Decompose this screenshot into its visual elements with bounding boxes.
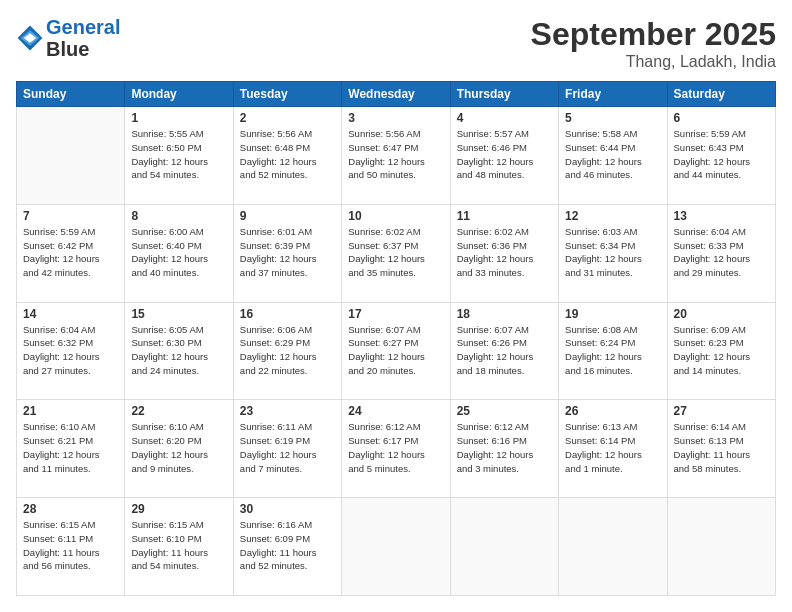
calendar-body: 1Sunrise: 5:55 AM Sunset: 6:50 PM Daylig… (17, 107, 776, 596)
day-info: Sunrise: 6:04 AM Sunset: 6:33 PM Dayligh… (674, 225, 769, 280)
calendar-cell: 26Sunrise: 6:13 AM Sunset: 6:14 PM Dayli… (559, 400, 667, 498)
calendar-cell (450, 498, 558, 596)
day-number: 19 (565, 307, 660, 321)
day-info: Sunrise: 6:11 AM Sunset: 6:19 PM Dayligh… (240, 420, 335, 475)
day-number: 17 (348, 307, 443, 321)
day-number: 22 (131, 404, 226, 418)
calendar-cell (342, 498, 450, 596)
day-info: Sunrise: 6:02 AM Sunset: 6:36 PM Dayligh… (457, 225, 552, 280)
calendar-cell: 30Sunrise: 6:16 AM Sunset: 6:09 PM Dayli… (233, 498, 341, 596)
calendar-week-3: 21Sunrise: 6:10 AM Sunset: 6:21 PM Dayli… (17, 400, 776, 498)
calendar-cell (559, 498, 667, 596)
day-number: 2 (240, 111, 335, 125)
day-info: Sunrise: 5:58 AM Sunset: 6:44 PM Dayligh… (565, 127, 660, 182)
day-info: Sunrise: 5:56 AM Sunset: 6:47 PM Dayligh… (348, 127, 443, 182)
calendar-cell: 17Sunrise: 6:07 AM Sunset: 6:27 PM Dayli… (342, 302, 450, 400)
calendar-cell: 16Sunrise: 6:06 AM Sunset: 6:29 PM Dayli… (233, 302, 341, 400)
day-number: 15 (131, 307, 226, 321)
day-number: 4 (457, 111, 552, 125)
calendar-cell: 15Sunrise: 6:05 AM Sunset: 6:30 PM Dayli… (125, 302, 233, 400)
day-info: Sunrise: 6:01 AM Sunset: 6:39 PM Dayligh… (240, 225, 335, 280)
day-info: Sunrise: 6:14 AM Sunset: 6:13 PM Dayligh… (674, 420, 769, 475)
weekday-header-wednesday: Wednesday (342, 82, 450, 107)
day-number: 26 (565, 404, 660, 418)
calendar-cell: 14Sunrise: 6:04 AM Sunset: 6:32 PM Dayli… (17, 302, 125, 400)
day-info: Sunrise: 6:09 AM Sunset: 6:23 PM Dayligh… (674, 323, 769, 378)
calendar-cell: 3Sunrise: 5:56 AM Sunset: 6:47 PM Daylig… (342, 107, 450, 205)
calendar-cell: 5Sunrise: 5:58 AM Sunset: 6:44 PM Daylig… (559, 107, 667, 205)
day-number: 5 (565, 111, 660, 125)
calendar-cell: 2Sunrise: 5:56 AM Sunset: 6:48 PM Daylig… (233, 107, 341, 205)
calendar-cell: 25Sunrise: 6:12 AM Sunset: 6:16 PM Dayli… (450, 400, 558, 498)
weekday-header-monday: Monday (125, 82, 233, 107)
day-number: 27 (674, 404, 769, 418)
location-title: Thang, Ladakh, India (531, 53, 776, 71)
calendar-cell: 21Sunrise: 6:10 AM Sunset: 6:21 PM Dayli… (17, 400, 125, 498)
calendar-cell: 28Sunrise: 6:15 AM Sunset: 6:11 PM Dayli… (17, 498, 125, 596)
day-number: 20 (674, 307, 769, 321)
day-number: 23 (240, 404, 335, 418)
logo-text: General Blue (46, 16, 120, 60)
calendar-cell: 11Sunrise: 6:02 AM Sunset: 6:36 PM Dayli… (450, 204, 558, 302)
month-title: September 2025 (531, 16, 776, 53)
calendar-cell: 24Sunrise: 6:12 AM Sunset: 6:17 PM Dayli… (342, 400, 450, 498)
calendar-cell: 18Sunrise: 6:07 AM Sunset: 6:26 PM Dayli… (450, 302, 558, 400)
calendar-week-0: 1Sunrise: 5:55 AM Sunset: 6:50 PM Daylig… (17, 107, 776, 205)
day-info: Sunrise: 6:07 AM Sunset: 6:26 PM Dayligh… (457, 323, 552, 378)
day-number: 10 (348, 209, 443, 223)
calendar-cell: 6Sunrise: 5:59 AM Sunset: 6:43 PM Daylig… (667, 107, 775, 205)
day-number: 3 (348, 111, 443, 125)
calendar-cell: 7Sunrise: 5:59 AM Sunset: 6:42 PM Daylig… (17, 204, 125, 302)
day-number: 18 (457, 307, 552, 321)
day-number: 7 (23, 209, 118, 223)
calendar-cell: 27Sunrise: 6:14 AM Sunset: 6:13 PM Dayli… (667, 400, 775, 498)
calendar-cell: 8Sunrise: 6:00 AM Sunset: 6:40 PM Daylig… (125, 204, 233, 302)
day-info: Sunrise: 6:00 AM Sunset: 6:40 PM Dayligh… (131, 225, 226, 280)
day-info: Sunrise: 5:59 AM Sunset: 6:42 PM Dayligh… (23, 225, 118, 280)
calendar-table: SundayMondayTuesdayWednesdayThursdayFrid… (16, 81, 776, 596)
day-info: Sunrise: 6:07 AM Sunset: 6:27 PM Dayligh… (348, 323, 443, 378)
day-info: Sunrise: 6:13 AM Sunset: 6:14 PM Dayligh… (565, 420, 660, 475)
logo: General Blue (16, 16, 120, 60)
day-info: Sunrise: 5:59 AM Sunset: 6:43 PM Dayligh… (674, 127, 769, 182)
calendar-week-4: 28Sunrise: 6:15 AM Sunset: 6:11 PM Dayli… (17, 498, 776, 596)
weekday-header-saturday: Saturday (667, 82, 775, 107)
calendar-cell: 9Sunrise: 6:01 AM Sunset: 6:39 PM Daylig… (233, 204, 341, 302)
day-info: Sunrise: 5:57 AM Sunset: 6:46 PM Dayligh… (457, 127, 552, 182)
day-info: Sunrise: 6:04 AM Sunset: 6:32 PM Dayligh… (23, 323, 118, 378)
day-number: 13 (674, 209, 769, 223)
day-number: 29 (131, 502, 226, 516)
day-info: Sunrise: 6:05 AM Sunset: 6:30 PM Dayligh… (131, 323, 226, 378)
weekday-header-row: SundayMondayTuesdayWednesdayThursdayFrid… (17, 82, 776, 107)
day-number: 28 (23, 502, 118, 516)
day-number: 6 (674, 111, 769, 125)
day-info: Sunrise: 6:08 AM Sunset: 6:24 PM Dayligh… (565, 323, 660, 378)
day-info: Sunrise: 6:12 AM Sunset: 6:16 PM Dayligh… (457, 420, 552, 475)
day-number: 21 (23, 404, 118, 418)
calendar-cell: 10Sunrise: 6:02 AM Sunset: 6:37 PM Dayli… (342, 204, 450, 302)
logo-icon (16, 24, 44, 52)
calendar-cell: 4Sunrise: 5:57 AM Sunset: 6:46 PM Daylig… (450, 107, 558, 205)
day-number: 12 (565, 209, 660, 223)
day-number: 8 (131, 209, 226, 223)
calendar-week-2: 14Sunrise: 6:04 AM Sunset: 6:32 PM Dayli… (17, 302, 776, 400)
day-number: 14 (23, 307, 118, 321)
day-info: Sunrise: 6:03 AM Sunset: 6:34 PM Dayligh… (565, 225, 660, 280)
page: General Blue September 2025 Thang, Ladak… (0, 0, 792, 612)
weekday-header-friday: Friday (559, 82, 667, 107)
calendar-week-1: 7Sunrise: 5:59 AM Sunset: 6:42 PM Daylig… (17, 204, 776, 302)
calendar-cell: 20Sunrise: 6:09 AM Sunset: 6:23 PM Dayli… (667, 302, 775, 400)
calendar-cell: 13Sunrise: 6:04 AM Sunset: 6:33 PM Dayli… (667, 204, 775, 302)
day-info: Sunrise: 5:56 AM Sunset: 6:48 PM Dayligh… (240, 127, 335, 182)
day-info: Sunrise: 6:15 AM Sunset: 6:10 PM Dayligh… (131, 518, 226, 573)
calendar-cell (17, 107, 125, 205)
calendar-cell: 12Sunrise: 6:03 AM Sunset: 6:34 PM Dayli… (559, 204, 667, 302)
day-number: 11 (457, 209, 552, 223)
weekday-header-sunday: Sunday (17, 82, 125, 107)
calendar-cell: 22Sunrise: 6:10 AM Sunset: 6:20 PM Dayli… (125, 400, 233, 498)
calendar-cell: 23Sunrise: 6:11 AM Sunset: 6:19 PM Dayli… (233, 400, 341, 498)
day-info: Sunrise: 5:55 AM Sunset: 6:50 PM Dayligh… (131, 127, 226, 182)
weekday-header-thursday: Thursday (450, 82, 558, 107)
day-number: 30 (240, 502, 335, 516)
header: General Blue September 2025 Thang, Ladak… (16, 16, 776, 71)
